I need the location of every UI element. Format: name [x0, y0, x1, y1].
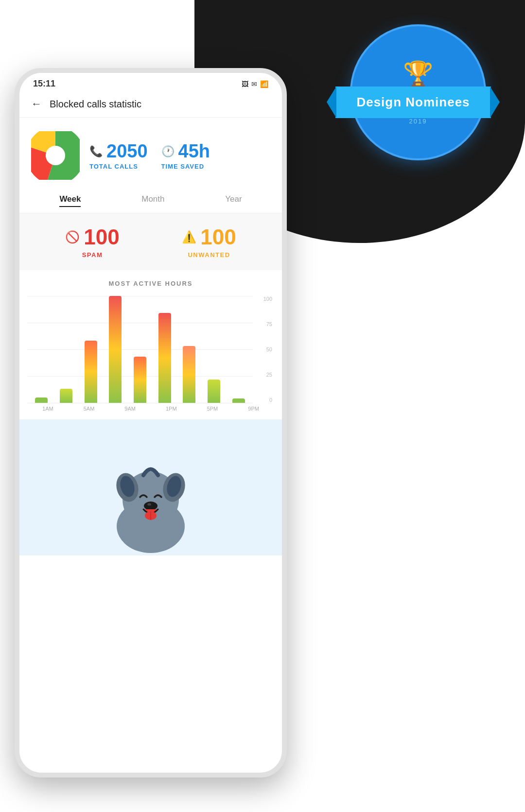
wifi-icon: 📶: [260, 80, 268, 88]
page-title: Blocked calls statistic: [50, 99, 141, 110]
chart-section: MOST ACTIVE HOURS: [19, 270, 282, 419]
spam-label: SPAM: [82, 251, 103, 259]
trophy-icon: 🏆: [403, 60, 433, 88]
chart-title: MOST ACTIVE HOURS: [27, 280, 274, 287]
badge-year-text: 2019: [409, 118, 427, 125]
stats-row: 📞 2050 TOTAL CALLS 🕐 45h TIME SAVED: [19, 118, 282, 190]
bar-5pm: [158, 313, 171, 403]
y-label-25: 25: [266, 372, 272, 378]
x-label-9am: 9AM: [118, 406, 142, 412]
y-label-0: 0: [269, 397, 272, 403]
svg-point-9: [144, 501, 158, 510]
badge-ribbon-text: Design Nominees: [356, 95, 470, 110]
mascot-section: [19, 419, 282, 555]
stats-numbers: 📞 2050 TOTAL CALLS 🕐 45h TIME SAVED: [89, 141, 210, 170]
bar-1am: [35, 397, 48, 403]
x-labels: 1AM 5AM 9AM 1PM 5PM 9PM: [27, 403, 274, 412]
status-bar: 15:11 🖼 ✉ 📶: [19, 73, 282, 93]
x-label-1pm: 1PM: [159, 406, 183, 412]
x-label-5pm: 5PM: [200, 406, 225, 412]
spam-icon: 🚫: [65, 230, 80, 244]
chart-bars-area: [27, 296, 253, 403]
tabs-row: Week Month Year: [19, 190, 282, 213]
bar-after-1pm: [134, 357, 146, 403]
time-saved-stat: 🕐 45h TIME SAVED: [161, 141, 210, 170]
phone-frame: 15:11 🖼 ✉ 📶 ← Blocked calls statistic: [15, 68, 287, 777]
back-button[interactable]: ←: [31, 98, 42, 110]
unwanted-number: 100: [200, 225, 236, 249]
dog-mascot: [97, 449, 204, 555]
image-icon: 🖼: [242, 80, 248, 88]
total-calls-stat: 📞 2050 TOTAL CALLS: [89, 141, 148, 170]
svg-point-10: [147, 503, 151, 506]
bar-9pm-a: [208, 380, 220, 403]
y-label-75: 75: [266, 321, 272, 327]
spam-number: 100: [84, 225, 119, 249]
svg-point-2: [36, 136, 75, 175]
call-stats-box: 🚫 100 SPAM ⚠️ 100 UNWANTED: [19, 213, 282, 270]
mail-icon: ✉: [251, 80, 257, 88]
total-calls-number: 2050: [106, 141, 148, 162]
unwanted-stat: ⚠️ 100 UNWANTED: [182, 225, 236, 259]
time-saved-label: TIME SAVED: [161, 163, 205, 170]
grid-line-0: [27, 403, 253, 403]
badge-ribbon: Design Nominees: [335, 86, 491, 118]
y-label-50: 50: [266, 346, 272, 352]
bar-after-5pm: [183, 346, 195, 403]
bars-container: [27, 296, 253, 403]
phone-wrapper: 15:11 🖼 ✉ 📶 ← Blocked calls statistic: [15, 68, 297, 787]
bar-9pm-b: [232, 398, 245, 403]
y-axis: 100 75 50 25 0: [253, 296, 274, 403]
x-label-1am: 1AM: [35, 406, 60, 412]
tab-month[interactable]: Month: [141, 194, 164, 207]
x-label-9pm: 9PM: [242, 406, 266, 412]
app-header: ← Blocked calls statistic: [19, 93, 282, 118]
bar-1pm: [109, 296, 122, 403]
clock-icon: 🕐: [161, 145, 175, 158]
unwanted-icon: ⚠️: [182, 230, 196, 244]
y-label-100: 100: [263, 296, 272, 302]
bar-9am-a: [85, 341, 97, 403]
spam-stat: 🚫 100 SPAM: [65, 225, 119, 259]
tab-year[interactable]: Year: [225, 194, 242, 207]
status-time: 15:11: [33, 79, 55, 89]
status-icons: 🖼 ✉ 📶: [242, 80, 268, 88]
phone-inner: 15:11 🖼 ✉ 📶 ← Blocked calls statistic: [19, 73, 282, 773]
bar-5am: [60, 389, 72, 403]
x-label-5am: 5AM: [77, 406, 101, 412]
tab-week[interactable]: Week: [59, 194, 81, 207]
badge-container: 🏆 DN App Of The Day 2019 Design Nominees: [340, 5, 496, 190]
total-calls-label: TOTAL CALLS: [89, 163, 138, 170]
unwanted-label: UNWANTED: [188, 251, 230, 259]
time-saved-number: 45h: [178, 141, 210, 162]
call-icon: 📞: [89, 145, 103, 158]
pie-chart: [31, 131, 80, 180]
